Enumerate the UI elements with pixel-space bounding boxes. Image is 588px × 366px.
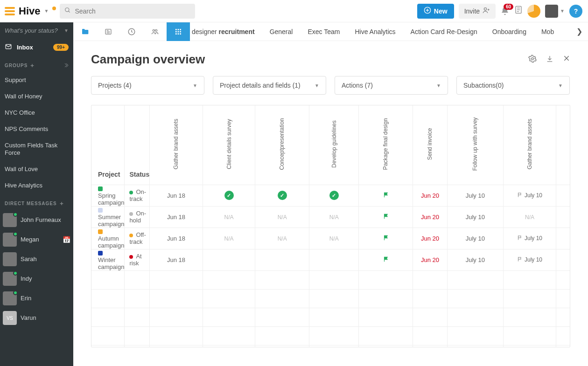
cell-value[interactable]: Jun 20 xyxy=(413,206,448,228)
cell-value[interactable] xyxy=(255,249,309,270)
chevron-right-icon[interactable] xyxy=(63,62,69,69)
cell-value[interactable] xyxy=(203,249,255,270)
team-view-icon[interactable] xyxy=(143,22,167,41)
cell-value[interactable]: Jun 18 xyxy=(150,249,203,270)
status-prompt[interactable]: What's your status? ▼ xyxy=(0,22,73,39)
project-tab[interactable]: Onboarding xyxy=(492,28,526,35)
plus-icon[interactable]: ＋ xyxy=(29,62,35,69)
dm-avatar xyxy=(3,272,17,286)
cell-value[interactable]: Jun 20 xyxy=(413,185,448,206)
sidebar-group-item[interactable]: NPS Comments xyxy=(0,121,73,138)
sidebar-dm-item[interactable]: Sarah xyxy=(0,249,73,269)
cell-value[interactable]: N/A xyxy=(556,228,570,249)
cell-value[interactable]: N/A xyxy=(203,206,255,228)
notifications-button[interactable]: 60 xyxy=(500,7,510,16)
tabs-scroll-right[interactable]: ❯ xyxy=(571,27,588,36)
download-icon[interactable] xyxy=(546,55,553,65)
cell-value[interactable] xyxy=(359,228,413,249)
caret-down-icon: ▼ xyxy=(558,83,563,88)
cell-value[interactable] xyxy=(359,185,413,206)
cell-value[interactable]: ✓ xyxy=(556,185,570,206)
cell-value[interactable]: ✓ xyxy=(255,185,309,206)
sidebar-inbox[interactable]: Inbox 99+ xyxy=(0,39,73,56)
sidebar-group-item[interactable]: Hive Analytics xyxy=(0,178,73,194)
cell-value[interactable]: N/A xyxy=(203,228,255,249)
project-tab[interactable]: Exec Team xyxy=(308,28,340,35)
help-button[interactable]: ? xyxy=(569,5,582,18)
cell-value[interactable]: July 10 xyxy=(447,185,503,206)
cell-value[interactable]: N/A xyxy=(255,206,309,228)
brand-logo[interactable]: Hive ▼ xyxy=(4,5,56,17)
settings-icon[interactable] xyxy=(528,55,537,65)
cell-value[interactable]: Jun 20 xyxy=(413,249,448,270)
status-prompt-text: What's your status? xyxy=(5,27,58,34)
invite-button[interactable]: Invite xyxy=(459,4,496,19)
cell-value[interactable]: July 10 xyxy=(503,228,556,249)
sidebar-dm-item[interactable]: Megan📅 xyxy=(0,230,73,249)
cell-value[interactable] xyxy=(556,249,570,270)
search-box[interactable] xyxy=(60,4,195,19)
folder-view-icon[interactable] xyxy=(73,22,97,41)
sidebar-group-item[interactable]: NYC Office xyxy=(0,105,73,121)
table-row[interactable]: Autumn campaignOff-trackJun 18N/AN/AN/AJ… xyxy=(91,228,570,249)
project-tab[interactable]: Action Card Re-Design xyxy=(411,28,477,35)
filter-dropdown[interactable]: Subactions(0)▼ xyxy=(456,76,570,95)
cell-value[interactable]: N/A xyxy=(255,228,309,249)
sidebar-group-item[interactable]: Wall of Love xyxy=(0,161,73,178)
cell-value[interactable]: July 10 xyxy=(447,206,503,228)
filter-label: Project details and fields (1) xyxy=(220,82,301,89)
sidebar-dm-item[interactable]: Indy xyxy=(0,269,73,289)
table-row[interactable]: Spring campaignOn-trackJun 18✓✓✓Jun 20Ju… xyxy=(91,185,570,206)
project-tab[interactable]: Mob xyxy=(541,28,554,35)
cell-value[interactable]: ✓ xyxy=(556,206,570,228)
sidebar-dm-item[interactable]: John Furneaux xyxy=(0,210,73,230)
svg-rect-25 xyxy=(180,29,181,30)
filter-dropdown[interactable]: Actions (7)▼ xyxy=(335,76,448,95)
cell-value[interactable]: Jun 18 xyxy=(150,185,203,206)
cell-value[interactable]: Jun 18 xyxy=(150,206,203,228)
table-row[interactable]: Summer campaignOn-holdJun 18N/AN/AN/AJun… xyxy=(91,206,570,228)
cell-value[interactable]: July 10 xyxy=(447,228,503,249)
cell-value[interactable]: Jun 18 xyxy=(150,228,203,249)
cell-value[interactable] xyxy=(359,249,413,270)
svg-point-32 xyxy=(532,57,534,60)
cell-value[interactable]: July 10 xyxy=(503,249,556,270)
cell-value[interactable]: July 10 xyxy=(503,185,556,206)
cell-value[interactable]: N/A xyxy=(309,228,359,249)
project-tab[interactable]: General xyxy=(270,28,293,35)
dm-avatar xyxy=(3,252,17,266)
news-view-icon[interactable] xyxy=(97,22,120,41)
cell-value[interactable]: July 10 xyxy=(447,249,503,270)
project-tab[interactable]: designer recruitment xyxy=(192,28,255,35)
filter-dropdown[interactable]: Project details and fields (1)▼ xyxy=(213,76,326,95)
cell-value[interactable]: Jun 20 xyxy=(413,228,448,249)
filter-dropdown[interactable]: Projects (4)▼ xyxy=(91,76,204,95)
table-row[interactable]: Winter campaignAt riskJun 18Jun 20July 1… xyxy=(91,249,570,270)
grid-view-icon[interactable] xyxy=(167,22,190,41)
svg-rect-2 xyxy=(5,14,15,15)
project-tab[interactable]: Hive Analytics xyxy=(355,28,395,35)
user-menu[interactable]: ▼ xyxy=(545,5,565,18)
cell-value[interactable]: N/A xyxy=(309,206,359,228)
new-button[interactable]: New xyxy=(417,4,454,19)
cell-value[interactable] xyxy=(359,206,413,228)
close-icon[interactable] xyxy=(563,55,570,65)
cell-value[interactable] xyxy=(309,249,359,270)
sidebar-group-item[interactable]: Wall of Honey xyxy=(0,89,73,105)
page-title: Campaign overview xyxy=(91,52,205,67)
sidebar-group-item[interactable]: Support xyxy=(0,72,73,89)
sidebar-dm-item[interactable]: VSVarun xyxy=(0,308,73,328)
notes-icon[interactable] xyxy=(514,5,523,17)
plus-icon[interactable]: ＋ xyxy=(59,200,65,207)
sidebar-group-item[interactable]: Custom Fields Task Force xyxy=(0,138,73,162)
cell-value[interactable]: N/A xyxy=(503,206,556,228)
cell-value[interactable]: ✓ xyxy=(203,185,255,206)
cell-value[interactable]: ✓ xyxy=(309,185,359,206)
table-row-empty xyxy=(91,308,570,326)
sidebar-dm-item[interactable]: Erin xyxy=(0,289,73,308)
time-view-icon[interactable] xyxy=(120,22,143,41)
cell-status: On-track xyxy=(125,185,150,206)
brand-caret-icon[interactable]: ▼ xyxy=(44,8,49,14)
analytics-pie-icon[interactable] xyxy=(527,5,540,18)
search-input[interactable] xyxy=(75,7,190,15)
